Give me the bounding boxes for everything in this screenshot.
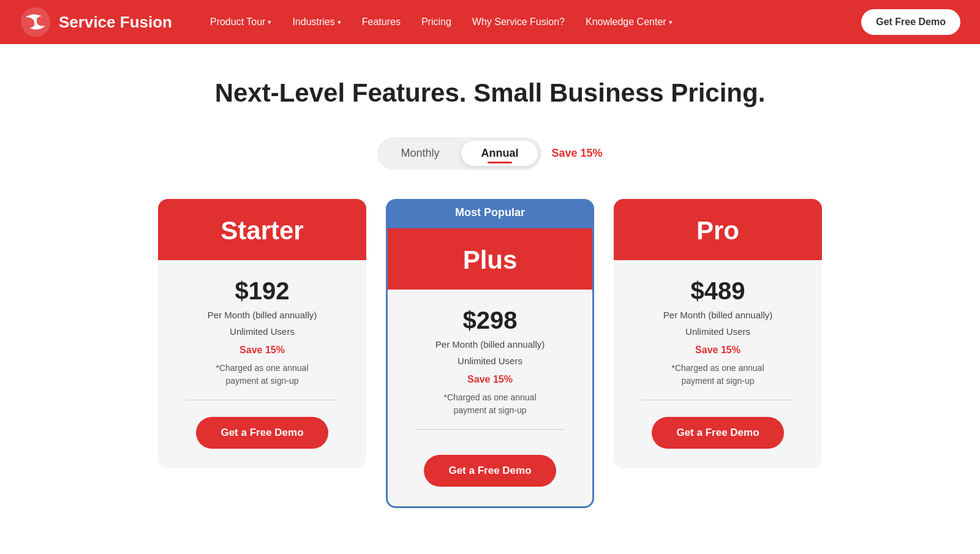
- starter-card-body: $192 Per Month (billed annually) Unlimit…: [158, 260, 366, 468]
- pro-card-body: $489 Per Month (billed annually) Unlimit…: [614, 260, 822, 468]
- plus-cta-button[interactable]: Get a Free Demo: [424, 455, 556, 487]
- hero-heading: Next-Level Features. Small Business Pric…: [12, 78, 968, 108]
- starter-divider: [186, 400, 338, 400]
- starter-card-wrapper: Starter $192 Per Month (billed annually)…: [158, 199, 366, 468]
- brand-logo[interactable]: Service Fusion: [20, 6, 172, 38]
- pricing-section: Starter $192 Per Month (billed annually)…: [0, 170, 980, 545]
- nav-industries[interactable]: Industries ▾: [284, 12, 349, 32]
- pro-save: Save 15%: [695, 345, 741, 356]
- pro-plan-title: Pro: [626, 216, 810, 245]
- navbar: Service Fusion Product Tour ▾ Industries…: [0, 0, 980, 44]
- starter-period: Per Month (billed annually): [208, 309, 317, 323]
- chevron-down-icon: ▾: [337, 18, 341, 26]
- pro-period: Per Month (billed annually): [663, 309, 772, 323]
- starter-plan-title: Starter: [170, 216, 354, 245]
- starter-users: Unlimited Users: [230, 325, 295, 339]
- nav-knowledge-center[interactable]: Knowledge Center ▾: [577, 12, 681, 32]
- nav-features[interactable]: Features: [353, 12, 409, 32]
- starter-card-header: Starter: [158, 199, 366, 260]
- save-badge: Save 15%: [551, 147, 602, 160]
- pro-cta-button[interactable]: Get a Free Demo: [652, 417, 783, 449]
- pro-charge-note: *Charged as one annualpayment at sign-up: [671, 362, 764, 387]
- nav-product-tour[interactable]: Product Tour ▾: [202, 12, 280, 32]
- starter-cta-button[interactable]: Get a Free Demo: [196, 417, 328, 449]
- chevron-down-icon: ▾: [268, 18, 271, 26]
- plus-card-header: Plus: [388, 228, 592, 290]
- annual-toggle-button[interactable]: Annual: [461, 141, 538, 166]
- most-popular-badge: Most Popular: [386, 199, 594, 226]
- nav-pricing[interactable]: Pricing: [413, 12, 460, 32]
- starter-charge-note: *Charged as one annualpayment at sign-up: [216, 362, 308, 387]
- plus-card-wrapper: Most Popular Plus $298 Per Month (billed…: [386, 199, 594, 508]
- pro-card-wrapper: Pro $489 Per Month (billed annually) Unl…: [614, 199, 822, 468]
- pro-card-header: Pro: [614, 199, 822, 260]
- starter-save: Save 15%: [239, 345, 285, 356]
- plus-price: $298: [463, 307, 518, 334]
- hero-section: Next-Level Features. Small Business Pric…: [0, 44, 980, 122]
- chevron-down-icon: ▾: [669, 18, 673, 26]
- monthly-toggle-button[interactable]: Monthly: [381, 141, 459, 166]
- plus-save: Save 15%: [467, 374, 513, 385]
- pro-divider: [642, 400, 794, 400]
- nav-why[interactable]: Why Service Fusion?: [464, 12, 573, 32]
- plus-charge-note: *Charged as one annualpayment at sign-up: [443, 391, 536, 417]
- pro-price: $489: [691, 277, 745, 305]
- starter-price: $192: [235, 277, 290, 305]
- plus-card-body: $298 Per Month (billed annually) Unlimit…: [388, 290, 592, 506]
- plus-card: Plus $298 Per Month (billed annually) Un…: [386, 226, 594, 508]
- billing-toggle: Monthly Annual Save 15%: [0, 137, 980, 170]
- plus-plan-title: Plus: [400, 245, 580, 275]
- pro-users: Unlimited Users: [685, 325, 750, 339]
- pro-card: Pro $489 Per Month (billed annually) Unl…: [614, 199, 822, 468]
- brand-name: Service Fusion: [59, 13, 172, 32]
- toggle-pill: Monthly Annual: [377, 137, 541, 170]
- nav-links: Product Tour ▾ Industries ▾ Features Pri…: [202, 12, 861, 32]
- starter-card: Starter $192 Per Month (billed annually)…: [158, 199, 366, 468]
- nav-get-free-demo-button[interactable]: Get Free Demo: [861, 9, 960, 35]
- plus-divider: [415, 429, 564, 430]
- plus-users: Unlimited Users: [458, 354, 522, 369]
- plus-period: Per Month (billed annually): [435, 338, 545, 352]
